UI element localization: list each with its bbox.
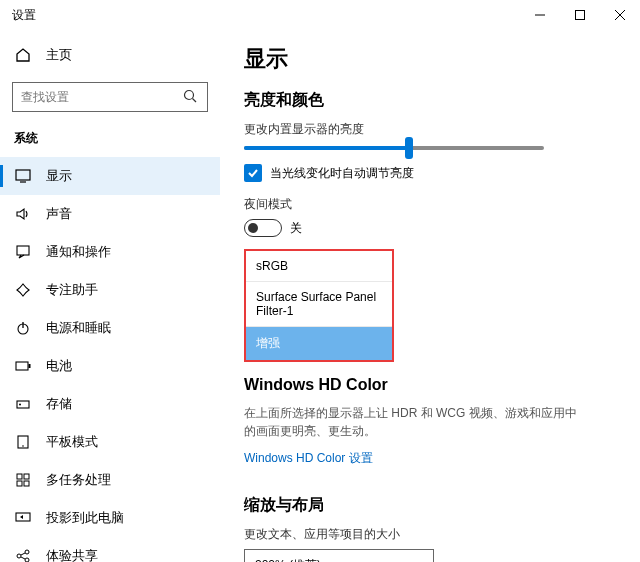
svg-rect-8 bbox=[17, 246, 29, 255]
storage-icon bbox=[14, 395, 32, 413]
search-icon bbox=[183, 89, 199, 105]
svg-point-23 bbox=[25, 550, 29, 554]
dropdown-option-enhanced[interactable]: 增强 bbox=[246, 327, 392, 360]
home-label: 主页 bbox=[46, 46, 72, 64]
auto-brightness-label: 当光线变化时自动调节亮度 bbox=[270, 165, 414, 182]
home-button[interactable]: 主页 bbox=[0, 38, 220, 72]
brightness-label: 更改内置显示器的亮度 bbox=[244, 121, 616, 138]
search-input[interactable] bbox=[12, 82, 208, 112]
nav-label: 声音 bbox=[46, 205, 72, 223]
display-icon bbox=[14, 167, 32, 185]
check-icon bbox=[247, 167, 259, 179]
hd-color-title: Windows HD Color bbox=[244, 376, 616, 394]
nav-label: 平板模式 bbox=[46, 433, 98, 451]
nav-storage[interactable]: 存储 bbox=[0, 385, 220, 423]
power-icon bbox=[14, 319, 32, 337]
brightness-section-title: 亮度和颜色 bbox=[244, 90, 616, 111]
maximize-button[interactable] bbox=[560, 0, 600, 30]
sound-icon bbox=[14, 205, 32, 223]
nav-tablet[interactable]: 平板模式 bbox=[0, 423, 220, 461]
svg-line-26 bbox=[21, 557, 25, 559]
svg-line-5 bbox=[193, 99, 197, 103]
share-icon bbox=[14, 547, 32, 562]
battery-icon bbox=[14, 357, 32, 375]
svg-point-16 bbox=[22, 445, 24, 447]
sidebar: 主页 系统 显示 声音 通知和操作 专注助手 电源和睡眠 电池 bbox=[0, 30, 220, 562]
svg-rect-18 bbox=[24, 474, 29, 479]
nav-shared[interactable]: 体验共享 bbox=[0, 537, 220, 562]
nav-label: 电池 bbox=[46, 357, 72, 375]
nav-label: 通知和操作 bbox=[46, 243, 111, 261]
scale-value: 200% (推荐) bbox=[255, 557, 321, 563]
nav-focus-assist[interactable]: 专注助手 bbox=[0, 271, 220, 309]
svg-rect-17 bbox=[17, 474, 22, 479]
content-area: 显示 亮度和颜色 更改内置显示器的亮度 当光线变化时自动调节亮度 夜间模式 关 … bbox=[220, 30, 640, 562]
nav-battery[interactable]: 电池 bbox=[0, 347, 220, 385]
dropdown-option-srgb[interactable]: sRGB bbox=[246, 251, 392, 282]
svg-point-22 bbox=[17, 554, 21, 558]
nav-sound[interactable]: 声音 bbox=[0, 195, 220, 233]
window-title: 设置 bbox=[12, 7, 520, 24]
section-label: 系统 bbox=[0, 126, 220, 157]
scale-label: 更改文本、应用等项目的大小 bbox=[244, 526, 616, 543]
svg-point-14 bbox=[19, 404, 21, 406]
dropdown-option-surface[interactable]: Surface Surface Panel Filter-1 bbox=[246, 282, 392, 327]
svg-rect-20 bbox=[24, 481, 29, 486]
brightness-slider[interactable] bbox=[244, 146, 544, 150]
nav-label: 存储 bbox=[46, 395, 72, 413]
search-field[interactable] bbox=[21, 90, 183, 104]
nav-power[interactable]: 电源和睡眠 bbox=[0, 309, 220, 347]
page-title: 显示 bbox=[244, 44, 616, 74]
svg-point-24 bbox=[25, 558, 29, 562]
nav-project[interactable]: 投影到此电脑 bbox=[0, 499, 220, 537]
hd-color-desc: 在上面所选择的显示器上让 HDR 和 WCG 视频、游戏和应用中的画面更明亮、更… bbox=[244, 404, 584, 440]
nav-label: 显示 bbox=[46, 167, 72, 185]
nav-label: 电源和睡眠 bbox=[46, 319, 111, 337]
night-light-label: 夜间模式 bbox=[244, 196, 616, 213]
home-icon bbox=[14, 46, 32, 64]
svg-rect-19 bbox=[17, 481, 22, 486]
svg-rect-6 bbox=[16, 170, 30, 180]
notifications-icon bbox=[14, 243, 32, 261]
nav-label: 体验共享 bbox=[46, 547, 98, 562]
slider-fill bbox=[244, 146, 409, 150]
multitask-icon bbox=[14, 471, 32, 489]
nav-label: 投影到此电脑 bbox=[46, 509, 124, 527]
scale-select[interactable]: 200% (推荐) bbox=[244, 549, 434, 562]
minimize-button[interactable] bbox=[520, 0, 560, 30]
svg-rect-12 bbox=[29, 364, 31, 368]
project-icon bbox=[14, 509, 32, 527]
nav-notifications[interactable]: 通知和操作 bbox=[0, 233, 220, 271]
scale-section-title: 缩放与布局 bbox=[244, 495, 616, 516]
nav-label: 专注助手 bbox=[46, 281, 98, 299]
toggle-state: 关 bbox=[290, 220, 302, 237]
svg-line-25 bbox=[21, 553, 25, 555]
focus-icon bbox=[14, 281, 32, 299]
color-profile-dropdown[interactable]: sRGB Surface Surface Panel Filter-1 增强 bbox=[244, 249, 394, 362]
night-light-toggle[interactable] bbox=[244, 219, 282, 237]
nav-display[interactable]: 显示 bbox=[0, 157, 220, 195]
svg-point-4 bbox=[185, 91, 194, 100]
tablet-icon bbox=[14, 433, 32, 451]
auto-brightness-checkbox[interactable] bbox=[244, 164, 262, 182]
svg-rect-11 bbox=[16, 362, 28, 370]
nav-label: 多任务处理 bbox=[46, 471, 111, 489]
nav-multitask[interactable]: 多任务处理 bbox=[0, 461, 220, 499]
svg-rect-1 bbox=[576, 11, 585, 20]
svg-rect-13 bbox=[17, 401, 29, 408]
hd-color-link[interactable]: Windows HD Color 设置 bbox=[244, 450, 373, 467]
close-button[interactable] bbox=[600, 0, 640, 30]
slider-thumb[interactable] bbox=[405, 137, 413, 159]
